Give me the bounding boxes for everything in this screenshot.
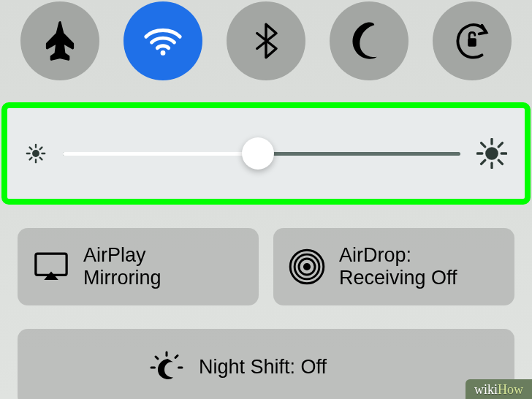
- svg-line-16: [482, 143, 485, 147]
- svg-point-2: [33, 151, 39, 156]
- brightness-slider[interactable]: [63, 152, 460, 156]
- svg-line-8: [40, 158, 42, 160]
- night-shift-icon: [149, 350, 184, 385]
- toggle-row: [15, 1, 517, 80]
- svg-point-0: [161, 50, 166, 56]
- airplane-mode-toggle[interactable]: [20, 1, 99, 80]
- brightness-fill: [63, 152, 258, 156]
- svg-line-28: [175, 356, 178, 358]
- brightness-thumb[interactable]: [242, 137, 274, 170]
- rotation-lock-toggle[interactable]: [433, 1, 512, 80]
- airdrop-icon: [287, 247, 327, 286]
- svg-point-21: [303, 263, 311, 270]
- svg-rect-1: [468, 38, 476, 47]
- svg-line-19: [498, 143, 502, 147]
- nightshift-row: Night Shift: Off: [15, 329, 517, 399]
- airdrop-label: AirDrop: Receiving Off: [339, 244, 457, 289]
- airplane-icon: [37, 18, 83, 64]
- svg-line-29: [156, 357, 158, 359]
- wikihow-watermark: wikiHow: [466, 379, 532, 399]
- svg-line-17: [498, 160, 502, 164]
- night-shift-label: Night Shift: Off: [199, 356, 327, 379]
- airdrop-button[interactable]: AirDrop: Receiving Off: [273, 228, 514, 305]
- svg-line-7: [30, 148, 32, 150]
- wifi-icon: [140, 18, 186, 64]
- wifi-toggle[interactable]: [123, 1, 202, 80]
- svg-line-9: [30, 158, 32, 160]
- svg-point-11: [487, 148, 497, 159]
- control-center: AirPlay Mirroring AirDrop: Receiving Off: [0, 0, 532, 399]
- brightness-slider-panel: [1, 102, 531, 205]
- rotation-lock-icon: [449, 18, 495, 64]
- brightness-high-icon: [476, 138, 507, 169]
- svg-line-10: [40, 148, 42, 150]
- action-row: AirPlay Mirroring AirDrop: Receiving Off: [15, 228, 517, 305]
- night-shift-button[interactable]: Night Shift: Off: [18, 329, 514, 399]
- bluetooth-toggle[interactable]: [227, 1, 305, 80]
- bluetooth-icon: [246, 20, 286, 61]
- moon-icon: [348, 20, 390, 62]
- do-not-disturb-toggle[interactable]: [330, 1, 408, 80]
- airplay-icon: [32, 248, 70, 286]
- brightness-low-icon: [25, 142, 47, 164]
- svg-line-18: [482, 160, 485, 164]
- airplay-label: AirPlay Mirroring: [83, 244, 162, 289]
- airplay-mirroring-button[interactable]: AirPlay Mirroring: [18, 228, 259, 305]
